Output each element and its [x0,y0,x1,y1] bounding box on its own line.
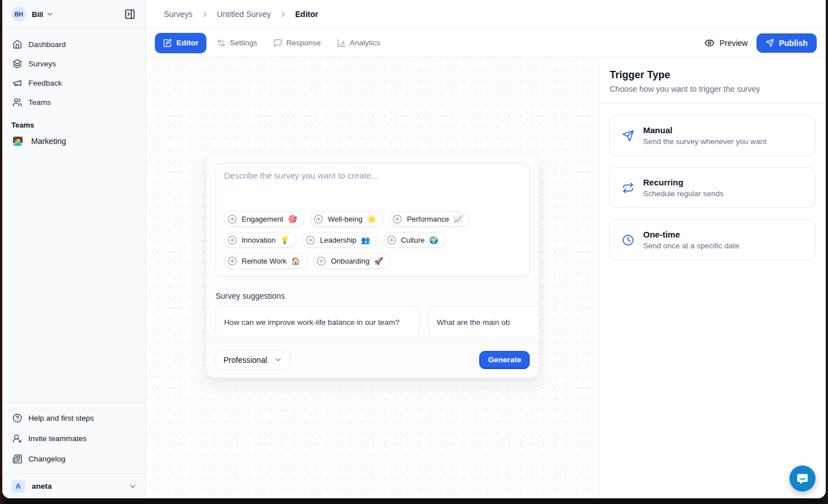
chart-increasing-emoji-icon: 📈 [454,215,463,223]
preview-button[interactable]: Preview [704,38,748,48]
tab-label: Analytics [350,39,381,47]
chip-label: Performance [407,215,449,223]
chevron-down-icon [128,482,137,491]
send-icon [622,130,634,142]
user-menu[interactable]: A aneta [2,473,145,498]
content-area: Engagement 🎯 Well-being 🌟 [146,57,826,498]
user-plus-icon [12,434,22,443]
chat-launcher-button[interactable] [789,465,816,492]
chip-label: Onboarding [331,257,369,265]
plus-circle-icon [314,214,323,224]
tab-editor[interactable]: Editor [155,33,206,53]
topic-chip-culture[interactable]: Culture 🌍 [383,232,446,248]
suggestion-card[interactable]: What are the main ob [428,306,539,334]
trigger-option-recurring[interactable]: Recurring Schedule regular sends [609,167,816,208]
trigger-option-one-time[interactable]: One-time Send once at a specific date [609,219,816,260]
screen: BH Bill Dashboard [0,0,828,504]
sidebar-item-invite-teammates[interactable]: Invite teammates [7,428,141,448]
sidebar-item-help[interactable]: Help and first steps [7,408,141,428]
topic-chip-performance[interactable]: Performance 📈 [389,211,470,227]
sidebar-footer-nav: Help and first steps Invite teammates Ch… [2,403,145,471]
chip-label: Remote Work [242,257,286,265]
light-bulb-emoji-icon: 💡 [280,236,289,244]
sidebar-item-label: Dashboard [28,40,66,49]
sidebar-item-label: Invite teammates [28,434,87,443]
tone-select[interactable]: Professional [216,350,290,370]
topic-chip-list: Engagement 🎯 Well-being 🌟 [224,211,521,269]
tab-settings[interactable]: Settings [211,33,263,53]
plus-circle-icon [387,235,396,245]
square-pen-icon [163,39,172,48]
main-column: Surveys Untitled Survey Editor Editor [146,0,826,498]
sidebar-collapse-button[interactable] [121,6,138,23]
chip-label: Culture [401,236,425,244]
home-icon [12,40,22,49]
trigger-type-panel: Trigger Type Choose how you want to trig… [598,57,826,498]
breadcrumb-survey-name[interactable]: Untitled Survey [217,10,271,19]
topic-chip-leadership[interactable]: Leadership 👥 [302,232,378,248]
survey-description-input[interactable] [224,171,521,211]
send-icon [766,39,774,47]
plus-circle-icon [227,214,237,224]
option-text: One-time Send once at a specific date [643,230,740,250]
option-title: Manual [643,125,767,135]
team-label: Marketing [31,137,66,146]
sidebar-item-label: Changelog [28,455,65,463]
sidebar-item-label: Teams [28,98,51,107]
breadcrumb-surveys[interactable]: Surveys [164,10,193,19]
suggestion-card[interactable]: How can we improve work-life balance in … [216,306,420,334]
workspace-name: Bill [32,10,43,19]
generate-button[interactable]: Generate [479,351,530,369]
tone-selected-value: Professional [223,355,267,365]
breadcrumb: Surveys Untitled Survey Editor [146,0,826,29]
teams-section-header: Teams [2,112,145,133]
sliders-icon [217,39,226,48]
publish-button[interactable]: Publish [757,33,817,53]
plus-circle-icon [316,256,326,266]
workspace-switcher[interactable]: BH Bill [2,0,145,29]
tab-label: Editor [176,39,198,47]
option-text: Recurring Schedule regular sends [643,177,724,198]
suggestions-title: Survey suggestions [216,291,530,300]
toolbar-actions: Preview Publish [704,33,817,53]
tab-analytics[interactable]: Analytics [331,33,386,53]
sidebar-item-feedback[interactable]: Feedback [7,73,141,92]
trigger-option-manual[interactable]: Manual Send the survey whenever you want [609,115,816,156]
user-name: aneta [32,482,52,490]
chevron-down-icon [46,10,54,18]
sidebar-item-changelog[interactable]: Changelog [7,448,141,469]
chevron-right-icon [201,10,209,19]
trigger-option-list: Manual Send the survey whenever you want… [599,104,826,272]
option-title: Recurring [643,177,724,187]
editor-canvas[interactable]: Engagement 🎯 Well-being 🌟 [146,57,598,498]
trigger-panel-header: Trigger Type Choose how you want to trig… [599,57,826,104]
message-square-icon [273,39,282,48]
sidebar-item-teams[interactable]: Teams [7,92,141,112]
sidebar-team-marketing[interactable]: 🧑‍💻 Marketing [7,133,141,150]
preview-label: Preview [720,39,748,48]
sidebar-spacer [2,150,145,403]
workspace-avatar: BH [11,7,26,22]
layers-icon [12,59,22,69]
sidebar-item-dashboard[interactable]: Dashboard [7,35,141,54]
option-description: Send once at a specific date [643,242,740,250]
topic-chip-well-being[interactable]: Well-being 🌟 [310,211,383,227]
tab-label: Settings [230,39,257,47]
megaphone-icon [12,78,22,88]
topic-chip-innovation[interactable]: Innovation 💡 [224,232,297,248]
panel-toggle-icon [124,9,136,20]
tab-response[interactable]: Response [268,33,327,53]
option-title: One-time [643,230,740,239]
option-description: Send the survey whenever you want [643,137,767,146]
survey-prompt-box: Engagement 🎯 Well-being 🌟 [216,163,530,277]
plus-circle-icon [306,235,315,245]
breadcrumb-current-page: Editor [295,10,318,19]
topic-chip-onboarding[interactable]: Onboarding 🚀 [313,253,390,269]
topic-chip-engagement[interactable]: Engagement 🎯 [224,211,305,227]
topic-chip-remote-work[interactable]: Remote Work 🏠 [224,253,307,269]
option-text: Manual Send the survey whenever you want [643,125,767,146]
sidebar-item-surveys[interactable]: Surveys [7,54,141,73]
chip-label: Well-being [328,215,362,223]
globe-emoji-icon: 🌍 [429,236,438,244]
editor-toolbar: Editor Settings Response [146,29,826,57]
